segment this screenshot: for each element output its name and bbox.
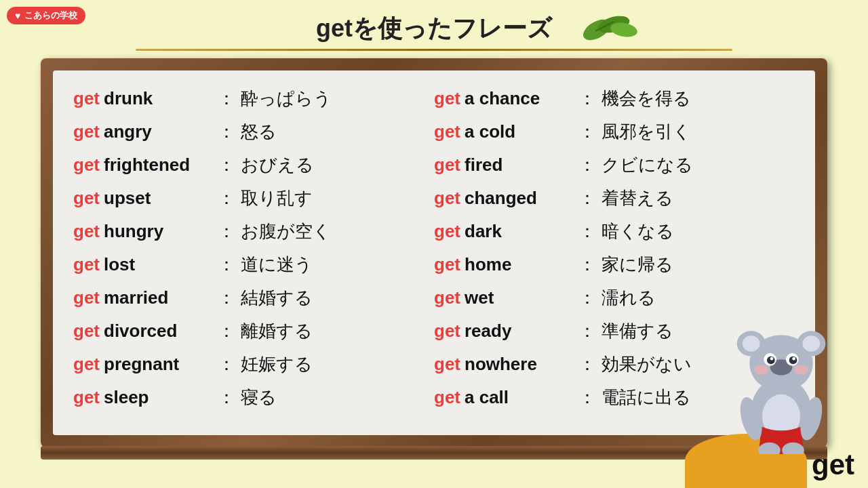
get-word: get — [434, 387, 465, 408]
meaning: 取り乱す — [241, 186, 313, 210]
colon: ： — [578, 253, 596, 277]
phrase-rest: divorced — [104, 321, 212, 342]
phrase-rest: drunk — [104, 88, 212, 109]
get-word: get — [73, 287, 104, 308]
meaning: 準備する — [601, 319, 673, 343]
get-word: get — [434, 287, 465, 308]
phrase-rest: wet — [465, 287, 573, 308]
phrase-row-left-3: get upset ： 取り乱す — [73, 184, 434, 213]
phrase-rest: pregnant — [104, 354, 212, 375]
colon: ： — [578, 286, 596, 310]
colon: ： — [218, 153, 235, 177]
colon: ： — [218, 253, 235, 277]
phrase-row-left-8: get pregnant ： 妊娠する — [73, 350, 434, 379]
meaning: 風邪を引く — [601, 120, 691, 144]
board-surface: get drunk ： 酔っぱらう get a chance ： 機会を得る g… — [53, 70, 815, 435]
phrase-row-left-7: get divorced ： 離婚する — [73, 317, 434, 346]
get-word: get — [434, 321, 465, 342]
meaning: 道に迷う — [241, 253, 313, 277]
svg-point-19 — [794, 365, 808, 374]
meaning: お腹が空く — [241, 220, 331, 243]
phrase-row-right-4: get dark ： 暗くなる — [434, 217, 795, 246]
colon: ： — [218, 286, 235, 310]
svg-point-8 — [743, 336, 760, 351]
get-word: get — [73, 321, 104, 342]
get-word: get — [434, 155, 465, 176]
logo-text: こあらの学校 — [24, 9, 77, 22]
koala-character — [734, 296, 829, 454]
colon: ： — [578, 120, 596, 144]
colon: ： — [218, 319, 235, 343]
get-word: get — [434, 221, 465, 242]
page-title: getを使ったフレーズ — [316, 14, 552, 42]
phrase-row-left-0: get drunk ： 酔っぱらう — [73, 84, 434, 113]
meaning: 効果がない — [601, 352, 692, 376]
get-word: get — [73, 88, 104, 109]
svg-point-18 — [754, 365, 768, 374]
get-word: get — [434, 88, 465, 109]
meaning: おびえる — [241, 153, 314, 177]
phrase-row-right-3: get changed ： 着替える — [434, 184, 795, 213]
phrase-row-left-4: get hungry ： お腹が空く — [73, 217, 434, 246]
title-underline — [136, 49, 732, 51]
leaves-decoration — [576, 9, 637, 43]
meaning: 機会を得る — [601, 87, 691, 110]
colon: ： — [218, 87, 235, 110]
svg-point-17 — [792, 357, 795, 361]
phrase-rest: a chance — [465, 88, 573, 109]
phrase-rest: married — [104, 287, 212, 308]
phrase-rest: nowhere — [465, 354, 573, 375]
phrase-rest: hungry — [104, 221, 212, 242]
colon: ： — [218, 186, 235, 210]
phrase-row-left-2: get frightened ： おびえる — [73, 150, 434, 180]
colon: ： — [578, 319, 596, 343]
meaning: 暗くなる — [601, 220, 674, 243]
phrase-row-left-6: get married ： 結婚する — [73, 283, 434, 312]
logo-badge: ♥ こあらの学校 — [7, 7, 85, 24]
phrase-row-right-0: get a chance ： 機会を得る — [434, 84, 795, 113]
meaning: 家に帰る — [601, 253, 673, 277]
meaning: 離婚する — [241, 319, 313, 343]
colon: ： — [578, 153, 596, 177]
phrase-row-left-1: get angry ： 怒る — [73, 117, 434, 146]
colon: ： — [218, 352, 235, 376]
get-word: get — [73, 188, 104, 209]
get-word: get — [73, 221, 104, 242]
meaning: 電話に出る — [601, 386, 691, 409]
colon: ： — [578, 186, 596, 210]
meaning: 結婚する — [241, 286, 313, 310]
get-word: get — [73, 387, 104, 408]
phrase-rest: ready — [465, 321, 573, 342]
colon: ： — [218, 220, 235, 243]
meaning: 寝る — [241, 386, 277, 409]
svg-point-16 — [770, 357, 774, 361]
get-word: get — [73, 254, 104, 275]
get-word: get — [434, 121, 465, 142]
colon: ： — [218, 120, 235, 144]
phrase-row-left-5: get lost ： 道に迷う — [73, 250, 434, 279]
phrase-row-right-1: get a cold ： 風邪を引く — [434, 117, 795, 146]
logo-heart-icon: ♥ — [15, 10, 20, 21]
phrase-rest: sleep — [104, 387, 212, 408]
phrase-rest: home — [465, 254, 573, 275]
colon: ： — [578, 220, 596, 243]
board-frame: get drunk ： 酔っぱらう get a chance ： 機会を得る g… — [41, 58, 827, 447]
colon: ： — [578, 352, 596, 376]
phrase-row-left-9: get sleep ： 寝る — [73, 383, 434, 412]
get-word: get — [434, 354, 465, 375]
meaning: 濡れる — [601, 286, 656, 310]
get-word: get — [73, 155, 104, 176]
colon: ： — [218, 386, 235, 409]
colon: ： — [578, 386, 596, 409]
phrase-rest: a call — [465, 387, 573, 408]
meaning: 妊娠する — [241, 352, 313, 376]
svg-point-10 — [802, 336, 820, 351]
phrase-rest: fired — [465, 155, 573, 176]
phrase-rest: upset — [104, 188, 212, 209]
get-word: get — [73, 354, 104, 375]
meaning: 酔っぱらう — [241, 87, 332, 110]
page-title-area: getを使ったフレーズ — [0, 12, 868, 45]
phrase-rest: angry — [104, 121, 212, 142]
get-word: get — [434, 188, 465, 209]
colon: ： — [578, 87, 596, 110]
